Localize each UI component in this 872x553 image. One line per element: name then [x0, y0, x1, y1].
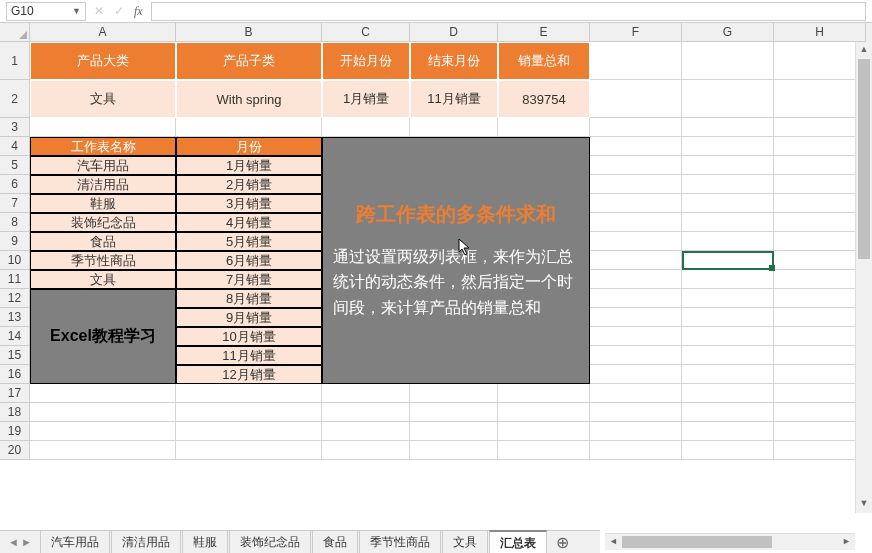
listB-1[interactable]: 2月销量 [176, 175, 322, 194]
cell-F15[interactable] [590, 346, 682, 365]
cell-F2[interactable] [590, 80, 682, 118]
formula-input[interactable] [151, 2, 866, 21]
cell-F12[interactable] [590, 289, 682, 308]
cell-H13[interactable] [774, 308, 866, 327]
cell-F7[interactable] [590, 194, 682, 213]
cell-H14[interactable] [774, 327, 866, 346]
cell-G4[interactable] [682, 137, 774, 156]
cell-F13[interactable] [590, 308, 682, 327]
value-4[interactable]: 839754 [498, 80, 590, 118]
col-header-D[interactable]: D [410, 23, 498, 42]
cell-G15[interactable] [682, 346, 774, 365]
header-2[interactable]: 开始月份 [322, 42, 410, 80]
header2-0[interactable]: 工作表名称 [30, 137, 176, 156]
cell-F17[interactable] [590, 384, 682, 403]
listB-11[interactable]: 12月销量 [176, 365, 322, 384]
name-box-dropdown-icon[interactable]: ▼ [72, 6, 81, 16]
value-1[interactable]: With spring [176, 80, 322, 118]
col-header-A[interactable]: A [30, 23, 176, 42]
cell-F3[interactable] [590, 118, 682, 137]
cell-A20[interactable] [30, 441, 176, 460]
cell-F1[interactable] [590, 42, 682, 80]
header-0[interactable]: 产品大类 [30, 42, 176, 80]
cell-H17[interactable] [774, 384, 866, 403]
cell-D19[interactable] [410, 422, 498, 441]
cell-F14[interactable] [590, 327, 682, 346]
cell-D18[interactable] [410, 403, 498, 422]
cell-E20[interactable] [498, 441, 590, 460]
listB-0[interactable]: 1月销量 [176, 156, 322, 175]
cell-H4[interactable] [774, 137, 866, 156]
vertical-scrollbar[interactable]: ▲ ▼ [855, 42, 872, 513]
cell-H18[interactable] [774, 403, 866, 422]
cell-F9[interactable] [590, 232, 682, 251]
listA-6[interactable]: 文具 [30, 270, 176, 289]
cell-A3[interactable] [30, 118, 176, 137]
select-all-corner[interactable] [0, 23, 30, 42]
cell-G7[interactable] [682, 194, 774, 213]
row-header-15[interactable]: 15 [0, 346, 30, 365]
listB-8[interactable]: 9月销量 [176, 308, 322, 327]
cell-G13[interactable] [682, 308, 774, 327]
cell-B20[interactable] [176, 441, 322, 460]
cell-D17[interactable] [410, 384, 498, 403]
row-header-7[interactable]: 7 [0, 194, 30, 213]
listA-5[interactable]: 季节性商品 [30, 251, 176, 270]
row-header-16[interactable]: 16 [0, 365, 30, 384]
listA-3[interactable]: 装饰纪念品 [30, 213, 176, 232]
header-4[interactable]: 销量总和 [498, 42, 590, 80]
cell-A17[interactable] [30, 384, 176, 403]
cell-C17[interactable] [322, 384, 410, 403]
cell-A19[interactable] [30, 422, 176, 441]
col-header-B[interactable]: B [176, 23, 322, 42]
listB-4[interactable]: 5月销量 [176, 232, 322, 251]
confirm-icon[interactable]: ✓ [114, 4, 124, 19]
row-header-11[interactable]: 11 [0, 270, 30, 289]
cell-E18[interactable] [498, 403, 590, 422]
listA-4[interactable]: 食品 [30, 232, 176, 251]
cell-F10[interactable] [590, 251, 682, 270]
scroll-down-icon[interactable]: ▼ [856, 496, 872, 513]
row-header-4[interactable]: 4 [0, 137, 30, 156]
row-header-6[interactable]: 6 [0, 175, 30, 194]
listA-1[interactable]: 清洁用品 [30, 175, 176, 194]
cell-G20[interactable] [682, 441, 774, 460]
listB-5[interactable]: 6月销量 [176, 251, 322, 270]
fx-icon[interactable]: fx [134, 4, 143, 19]
cell-B19[interactable] [176, 422, 322, 441]
cell-F5[interactable] [590, 156, 682, 175]
cell-H15[interactable] [774, 346, 866, 365]
cell-D20[interactable] [410, 441, 498, 460]
cell-H5[interactable] [774, 156, 866, 175]
cell-H2[interactable] [774, 80, 866, 118]
cell-H3[interactable] [774, 118, 866, 137]
col-header-C[interactable]: C [322, 23, 410, 42]
cancel-icon[interactable]: ✕ [94, 4, 104, 19]
cell-F4[interactable] [590, 137, 682, 156]
description-box[interactable]: 跨工作表的多条件求和通过设置两级列表框，来作为汇总统计的动态条件，然后指定一个时… [322, 137, 590, 384]
cell-E3[interactable] [498, 118, 590, 137]
cell-F11[interactable] [590, 270, 682, 289]
row-header-12[interactable]: 12 [0, 289, 30, 308]
listB-6[interactable]: 7月销量 [176, 270, 322, 289]
cell-G14[interactable] [682, 327, 774, 346]
listB-10[interactable]: 11月销量 [176, 346, 322, 365]
cell-H12[interactable] [774, 289, 866, 308]
listA-0[interactable]: 汽车用品 [30, 156, 176, 175]
cell-F16[interactable] [590, 365, 682, 384]
row-header-2[interactable]: 2 [0, 80, 30, 118]
cell-B17[interactable] [176, 384, 322, 403]
col-header-G[interactable]: G [682, 23, 774, 42]
cell-G5[interactable] [682, 156, 774, 175]
header2-1[interactable]: 月份 [176, 137, 322, 156]
cell-H8[interactable] [774, 213, 866, 232]
row-header-1[interactable]: 1 [0, 42, 30, 80]
cell-H10[interactable] [774, 251, 866, 270]
vertical-scroll-thumb[interactable] [858, 59, 870, 259]
cell-H16[interactable] [774, 365, 866, 384]
cell-E17[interactable] [498, 384, 590, 403]
row-header-13[interactable]: 13 [0, 308, 30, 327]
cell-C19[interactable] [322, 422, 410, 441]
cell-F8[interactable] [590, 213, 682, 232]
header-3[interactable]: 结束月份 [410, 42, 498, 80]
